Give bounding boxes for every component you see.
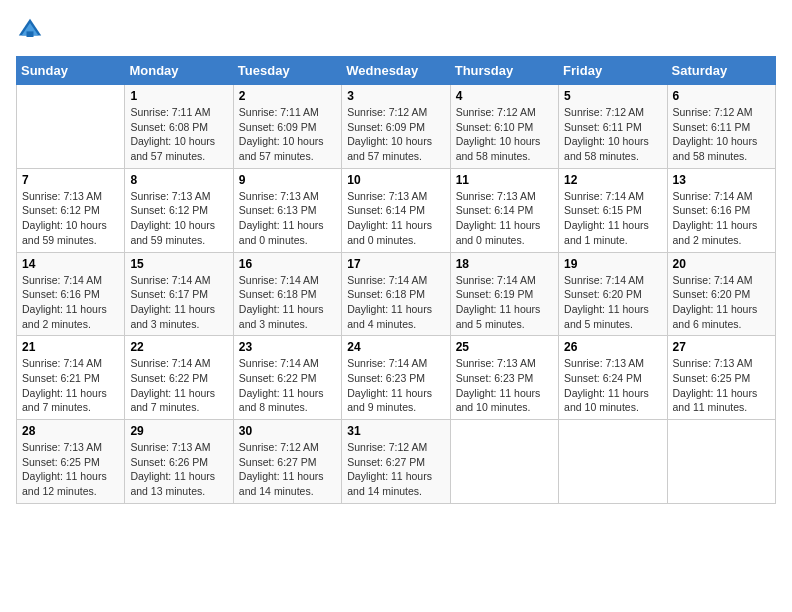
day-info: Sunrise: 7:13 AM Sunset: 6:14 PM Dayligh… [347,189,444,248]
day-info: Sunrise: 7:11 AM Sunset: 6:09 PM Dayligh… [239,105,336,164]
day-number: 1 [130,89,227,103]
day-info: Sunrise: 7:12 AM Sunset: 6:27 PM Dayligh… [239,440,336,499]
day-info: Sunrise: 7:12 AM Sunset: 6:27 PM Dayligh… [347,440,444,499]
header-cell-sunday: Sunday [17,57,125,85]
day-cell [667,420,775,504]
day-cell: 3Sunrise: 7:12 AM Sunset: 6:09 PM Daylig… [342,85,450,169]
day-cell: 14Sunrise: 7:14 AM Sunset: 6:16 PM Dayli… [17,252,125,336]
day-info: Sunrise: 7:11 AM Sunset: 6:08 PM Dayligh… [130,105,227,164]
day-cell: 26Sunrise: 7:13 AM Sunset: 6:24 PM Dayli… [559,336,667,420]
day-cell: 23Sunrise: 7:14 AM Sunset: 6:22 PM Dayli… [233,336,341,420]
day-number: 22 [130,340,227,354]
day-info: Sunrise: 7:14 AM Sunset: 6:19 PM Dayligh… [456,273,553,332]
day-cell [17,85,125,169]
day-info: Sunrise: 7:14 AM Sunset: 6:23 PM Dayligh… [347,356,444,415]
header-cell-thursday: Thursday [450,57,558,85]
day-number: 14 [22,257,119,271]
week-row-2: 14Sunrise: 7:14 AM Sunset: 6:16 PM Dayli… [17,252,776,336]
day-cell: 29Sunrise: 7:13 AM Sunset: 6:26 PM Dayli… [125,420,233,504]
day-number: 7 [22,173,119,187]
day-cell: 8Sunrise: 7:13 AM Sunset: 6:12 PM Daylig… [125,168,233,252]
day-cell: 4Sunrise: 7:12 AM Sunset: 6:10 PM Daylig… [450,85,558,169]
day-cell: 6Sunrise: 7:12 AM Sunset: 6:11 PM Daylig… [667,85,775,169]
day-cell: 27Sunrise: 7:13 AM Sunset: 6:25 PM Dayli… [667,336,775,420]
day-cell: 19Sunrise: 7:14 AM Sunset: 6:20 PM Dayli… [559,252,667,336]
day-cell: 21Sunrise: 7:14 AM Sunset: 6:21 PM Dayli… [17,336,125,420]
day-number: 15 [130,257,227,271]
header [16,16,776,44]
day-info: Sunrise: 7:13 AM Sunset: 6:14 PM Dayligh… [456,189,553,248]
day-cell: 5Sunrise: 7:12 AM Sunset: 6:11 PM Daylig… [559,85,667,169]
day-info: Sunrise: 7:14 AM Sunset: 6:22 PM Dayligh… [130,356,227,415]
day-cell: 1Sunrise: 7:11 AM Sunset: 6:08 PM Daylig… [125,85,233,169]
day-number: 27 [673,340,770,354]
day-info: Sunrise: 7:12 AM Sunset: 6:11 PM Dayligh… [673,105,770,164]
day-cell [559,420,667,504]
day-info: Sunrise: 7:13 AM Sunset: 6:25 PM Dayligh… [22,440,119,499]
header-cell-wednesday: Wednesday [342,57,450,85]
header-cell-saturday: Saturday [667,57,775,85]
day-cell: 24Sunrise: 7:14 AM Sunset: 6:23 PM Dayli… [342,336,450,420]
header-cell-tuesday: Tuesday [233,57,341,85]
day-cell: 2Sunrise: 7:11 AM Sunset: 6:09 PM Daylig… [233,85,341,169]
day-cell: 25Sunrise: 7:13 AM Sunset: 6:23 PM Dayli… [450,336,558,420]
day-cell: 11Sunrise: 7:13 AM Sunset: 6:14 PM Dayli… [450,168,558,252]
week-row-1: 7Sunrise: 7:13 AM Sunset: 6:12 PM Daylig… [17,168,776,252]
day-info: Sunrise: 7:14 AM Sunset: 6:20 PM Dayligh… [564,273,661,332]
day-number: 5 [564,89,661,103]
day-number: 18 [456,257,553,271]
day-cell: 12Sunrise: 7:14 AM Sunset: 6:15 PM Dayli… [559,168,667,252]
day-number: 24 [347,340,444,354]
day-info: Sunrise: 7:14 AM Sunset: 6:22 PM Dayligh… [239,356,336,415]
week-row-0: 1Sunrise: 7:11 AM Sunset: 6:08 PM Daylig… [17,85,776,169]
day-cell: 17Sunrise: 7:14 AM Sunset: 6:18 PM Dayli… [342,252,450,336]
day-info: Sunrise: 7:14 AM Sunset: 6:16 PM Dayligh… [673,189,770,248]
day-info: Sunrise: 7:14 AM Sunset: 6:18 PM Dayligh… [239,273,336,332]
day-number: 23 [239,340,336,354]
day-info: Sunrise: 7:13 AM Sunset: 6:26 PM Dayligh… [130,440,227,499]
day-number: 16 [239,257,336,271]
day-number: 3 [347,89,444,103]
header-row: SundayMondayTuesdayWednesdayThursdayFrid… [17,57,776,85]
day-number: 29 [130,424,227,438]
day-cell: 13Sunrise: 7:14 AM Sunset: 6:16 PM Dayli… [667,168,775,252]
day-number: 25 [456,340,553,354]
day-info: Sunrise: 7:13 AM Sunset: 6:12 PM Dayligh… [130,189,227,248]
day-number: 2 [239,89,336,103]
day-number: 4 [456,89,553,103]
week-row-4: 28Sunrise: 7:13 AM Sunset: 6:25 PM Dayli… [17,420,776,504]
day-number: 11 [456,173,553,187]
day-info: Sunrise: 7:13 AM Sunset: 6:23 PM Dayligh… [456,356,553,415]
day-number: 30 [239,424,336,438]
day-cell: 30Sunrise: 7:12 AM Sunset: 6:27 PM Dayli… [233,420,341,504]
day-info: Sunrise: 7:14 AM Sunset: 6:20 PM Dayligh… [673,273,770,332]
day-cell: 15Sunrise: 7:14 AM Sunset: 6:17 PM Dayli… [125,252,233,336]
calendar-table: SundayMondayTuesdayWednesdayThursdayFrid… [16,56,776,504]
day-cell: 18Sunrise: 7:14 AM Sunset: 6:19 PM Dayli… [450,252,558,336]
week-row-3: 21Sunrise: 7:14 AM Sunset: 6:21 PM Dayli… [17,336,776,420]
day-number: 9 [239,173,336,187]
day-number: 19 [564,257,661,271]
day-cell: 7Sunrise: 7:13 AM Sunset: 6:12 PM Daylig… [17,168,125,252]
day-number: 28 [22,424,119,438]
header-cell-friday: Friday [559,57,667,85]
day-cell: 22Sunrise: 7:14 AM Sunset: 6:22 PM Dayli… [125,336,233,420]
day-info: Sunrise: 7:14 AM Sunset: 6:21 PM Dayligh… [22,356,119,415]
day-cell: 31Sunrise: 7:12 AM Sunset: 6:27 PM Dayli… [342,420,450,504]
day-number: 21 [22,340,119,354]
day-info: Sunrise: 7:13 AM Sunset: 6:12 PM Dayligh… [22,189,119,248]
day-cell: 9Sunrise: 7:13 AM Sunset: 6:13 PM Daylig… [233,168,341,252]
day-cell [450,420,558,504]
header-cell-monday: Monday [125,57,233,85]
day-number: 12 [564,173,661,187]
svg-rect-2 [27,31,34,37]
day-info: Sunrise: 7:13 AM Sunset: 6:25 PM Dayligh… [673,356,770,415]
day-info: Sunrise: 7:14 AM Sunset: 6:15 PM Dayligh… [564,189,661,248]
day-number: 17 [347,257,444,271]
day-number: 31 [347,424,444,438]
day-number: 6 [673,89,770,103]
day-cell: 16Sunrise: 7:14 AM Sunset: 6:18 PM Dayli… [233,252,341,336]
logo-icon [16,16,44,44]
day-number: 26 [564,340,661,354]
day-number: 20 [673,257,770,271]
